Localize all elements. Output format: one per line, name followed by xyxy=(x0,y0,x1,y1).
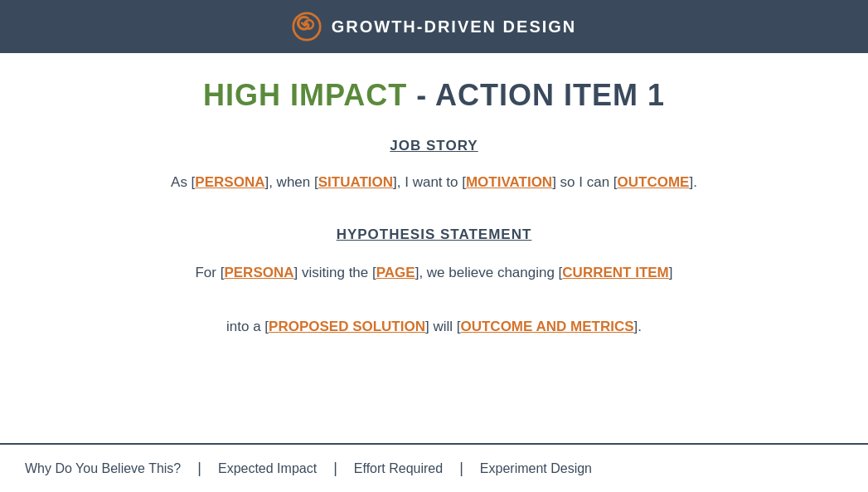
hyp-page: PAGE xyxy=(376,265,415,280)
gdd-logo-icon: ⟲ xyxy=(292,12,322,41)
hypothesis-heading: HYPOTHESIS STATEMENT xyxy=(66,227,802,243)
footer-separator-3: | xyxy=(443,460,480,477)
job-story-prefix: As [ xyxy=(171,174,195,190)
job-story-section: JOB STORY As [PERSONA], when [SITUATION]… xyxy=(66,138,802,193)
footer-separator-2: | xyxy=(317,460,354,477)
hyp-line2-mid: ] will [ xyxy=(425,319,461,334)
page-title-green: HIGH IMPACT xyxy=(203,78,407,112)
hyp-line1-mid: ] visiting the [ xyxy=(294,265,376,280)
job-story-persona: PERSONA xyxy=(195,174,264,190)
page-title-dark: - ACTION ITEM 1 xyxy=(407,78,665,112)
footer-nav-item-why[interactable]: Why Do You Believe This? xyxy=(25,461,181,476)
job-story-mid2: ], I want to [ xyxy=(393,174,466,190)
footer-nav-item-effort[interactable]: Effort Required xyxy=(354,461,443,476)
header-title: GROWTH-DRIVEN DESIGN xyxy=(332,17,577,37)
hypothesis-section: HYPOTHESIS STATEMENT For [PERSONA] visit… xyxy=(66,227,802,340)
hyp-line2-end: ]. xyxy=(634,319,642,334)
hyp-line2-start: into a [ xyxy=(226,319,269,334)
hypothesis-text: For [PERSONA] visiting the [PAGE], we be… xyxy=(66,260,802,340)
job-story-text: As [PERSONA], when [SITUATION], I want t… xyxy=(66,171,802,193)
hyp-line1-end: ], we believe changing [ xyxy=(415,265,563,280)
hyp-line1-close: ] xyxy=(669,265,673,280)
header: ⟲ GROWTH-DRIVEN DESIGN xyxy=(0,0,868,53)
job-story-end: ]. xyxy=(689,174,696,190)
footer-nav: Why Do You Believe This? | Expected Impa… xyxy=(0,443,868,492)
job-story-mid3: ] so I can [ xyxy=(552,174,617,190)
job-story-outcome: OUTCOME xyxy=(618,174,690,190)
hyp-outcome-metrics: OUTCOME AND METRICS xyxy=(460,319,633,334)
hyp-line1-start: For [ xyxy=(195,265,224,280)
job-story-situation: SITUATION xyxy=(318,174,393,190)
page-title: HIGH IMPACT - ACTION ITEM 1 xyxy=(66,78,802,113)
footer-nav-item-experiment[interactable]: Experiment Design xyxy=(480,461,592,476)
svg-text:⟲: ⟲ xyxy=(299,16,314,34)
job-story-motivation: MOTIVATION xyxy=(466,174,552,190)
job-story-heading: JOB STORY xyxy=(66,138,802,154)
footer-separator-1: | xyxy=(181,460,218,477)
hyp-current-item: CURRENT ITEM xyxy=(562,265,668,280)
footer-nav-item-impact[interactable]: Expected Impact xyxy=(218,461,317,476)
main-content: HIGH IMPACT - ACTION ITEM 1 JOB STORY As… xyxy=(0,53,868,340)
hyp-persona: PERSONA xyxy=(224,265,293,280)
job-story-mid1: ], when [ xyxy=(264,174,318,190)
hyp-proposed-solution: PROPOSED SOLUTION xyxy=(269,319,425,334)
